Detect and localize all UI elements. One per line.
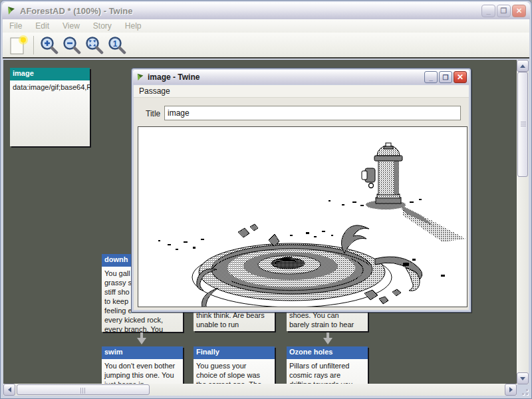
story-map-canvas[interactable]: image data:image/gif;base64,R downh You … [3, 60, 518, 384]
zoom-fit-icon [85, 36, 104, 55]
menu-story[interactable]: Story [86, 20, 118, 32]
zoom-out-icon [63, 36, 81, 55]
twine-flag-icon [6, 5, 17, 16]
menu-edit[interactable]: Edit [29, 20, 56, 32]
zoom-fit-button[interactable] [83, 35, 106, 56]
title-field-label: Title [146, 109, 160, 118]
twine-flag-icon [136, 72, 145, 82]
minimize-button[interactable]: _ [481, 5, 495, 17]
whirlpool-drawing [158, 224, 445, 307]
title-input[interactable] [164, 106, 461, 120]
toolbar-separator [33, 36, 34, 55]
vertical-scrollbar[interactable] [517, 60, 529, 384]
scroll-left-button[interactable] [3, 384, 15, 396]
menu-passage[interactable]: Passage [134, 85, 176, 97]
passage-title: image [10, 68, 90, 80]
svg-text:1: 1 [113, 39, 118, 48]
up-arrow-icon [520, 65, 525, 68]
dialog-menubar: Passage [134, 85, 469, 98]
passage-box-image[interactable]: image data:image/gif;base64,R [10, 68, 90, 146]
passage-box-swim[interactable]: swim You don't even bother jumping this … [102, 346, 183, 384]
dialog-body: Title [134, 98, 469, 310]
left-arrow-icon [8, 387, 11, 392]
down-arrow-icon [520, 377, 525, 380]
passage-editor-dialog: image - Twine _ ❐ ✕ Passage Title [131, 68, 471, 313]
scroll-up-button[interactable] [517, 60, 529, 72]
zoom-actual-size-button[interactable]: 1 [106, 35, 128, 56]
close-button[interactable]: ✕ [512, 5, 526, 17]
new-story-button[interactable] [7, 35, 29, 56]
zoom-out-button[interactable] [61, 35, 83, 56]
passage-box-finally[interactable]: Finally You guess your choice of slope w… [194, 346, 275, 384]
menu-view[interactable]: View [56, 20, 86, 32]
dialog-close-button[interactable]: ✕ [454, 71, 467, 83]
scroll-right-button[interactable] [505, 384, 517, 396]
passage-image-area[interactable] [138, 126, 467, 307]
main-window: AForestAD * (100%) - Twine _ ❐ ✕ File Ed… [0, 0, 532, 399]
main-titlebar[interactable]: AForestAD * (100%) - Twine _ ❐ ✕ [2, 2, 530, 19]
passage-excerpt: Pillars of unfiltered cosmic rays are dr… [287, 359, 368, 384]
passage-excerpt: data:image/gif;base64,R [10, 80, 90, 146]
dialog-title: image - Twine [148, 72, 423, 82]
dialog-titlebar[interactable]: image - Twine _ ❐ ✕ [133, 70, 469, 84]
zoom-in-icon [40, 36, 59, 55]
connection-arrow-down [323, 332, 332, 344]
thumb-grip [521, 122, 526, 127]
passage-excerpt: You guess your choice of slope was the c… [194, 359, 275, 384]
window-resize-grip[interactable] [519, 386, 528, 395]
thumb-grip [80, 388, 86, 394]
horizontal-scroll-thumb[interactable] [17, 384, 150, 395]
right-arrow-icon [509, 387, 513, 392]
passage-box-ozone-holes[interactable]: Ozone holes Pillars of unfiltered cosmic… [287, 346, 368, 384]
dialog-minimize-button[interactable]: _ [424, 71, 438, 83]
horizontal-scrollbar[interactable] [3, 384, 517, 396]
menu-help[interactable]: Help [118, 20, 148, 32]
connection-arrow-down [137, 332, 146, 344]
fire-hydrant-drawing [329, 143, 466, 242]
new-document-icon [8, 35, 28, 55]
passage-title: swim [102, 346, 183, 359]
passage-title: Finally [194, 346, 275, 359]
zoom-in-button[interactable] [38, 35, 61, 56]
scroll-down-button[interactable] [517, 372, 529, 384]
main-menubar: File Edit View Story Help [3, 19, 529, 33]
main-toolbar: 1 [3, 33, 529, 59]
passage-title: Ozone holes [287, 346, 368, 359]
menu-file[interactable]: File [3, 20, 29, 32]
window-title: AForestAD * (100%) - Twine [20, 6, 480, 16]
dialog-maximize-button[interactable]: ❐ [439, 71, 452, 83]
zoom-actual-size-icon: 1 [108, 36, 126, 55]
maximize-button[interactable]: ❐ [497, 5, 511, 17]
vertical-scroll-thumb[interactable] [517, 72, 528, 177]
passage-image-illustration [138, 127, 467, 307]
passage-excerpt: You don't even bother jumping this one. … [102, 359, 183, 384]
